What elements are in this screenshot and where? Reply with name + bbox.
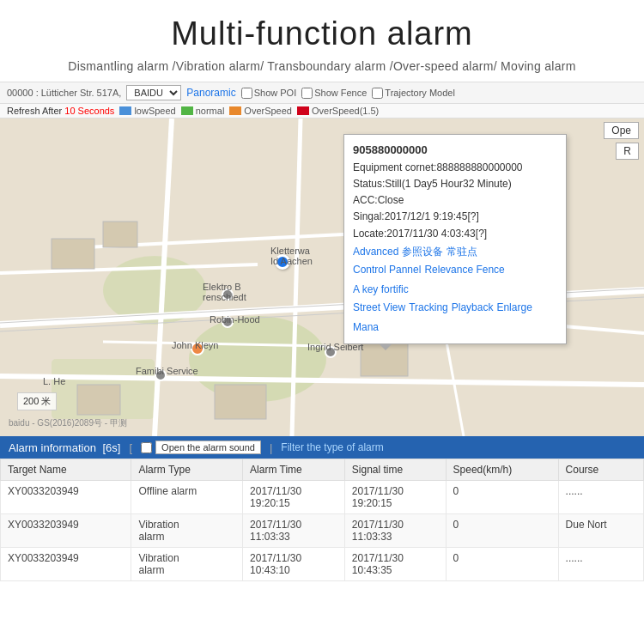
refresh-label: Refresh After 10 Seconds (7, 106, 114, 116)
col-alarm-type: Alarm Type (131, 459, 243, 481)
speed-legend-bar: Refresh After 10 Seconds lowSpeed normal… (0, 104, 644, 118)
svg-rect-19 (215, 385, 266, 419)
table-cell-0-5: ...... (558, 481, 643, 514)
alarm-header-title: Alarm information [6s] (9, 441, 120, 454)
normal-dot (181, 106, 193, 115)
show-fence-checkbox[interactable] (301, 88, 313, 99)
legend-normal: normal (181, 106, 225, 116)
map-provider-select[interactable]: BAIDU (126, 85, 181, 100)
svg-rect-20 (77, 385, 120, 415)
alarm-info-label: Alarm information (9, 441, 96, 454)
table-cell-2-3: 2017/11/30 10:43:35 (344, 548, 446, 581)
link-mana[interactable]: Mana (353, 319, 379, 336)
open-button[interactable]: Ope (604, 122, 639, 139)
table-cell-0-1: Offline alarm (131, 481, 243, 514)
popup-acc: ACC:Close (353, 192, 557, 209)
legend-lowspeed: lowSpeed (119, 106, 175, 116)
label-robinhood: Robin-Hood (210, 314, 260, 325)
popup-signal: Singal:2017/12/1 9:19:45[?] (353, 209, 557, 225)
alarm-separator2: | (270, 441, 272, 454)
link-advanced[interactable]: Advanced (353, 244, 398, 260)
label-famibi: Famibi Service (136, 366, 198, 376)
table-cell-1-2: 2017/11/30 11:03:33 (243, 514, 345, 548)
link-control-panel[interactable]: Control Pannel (353, 262, 421, 278)
info-popup: 905880000000 Equipment cornet:8888888800… (343, 134, 567, 344)
alarm-sound-label: Open the alarm sound (161, 442, 255, 453)
table-row: XY0033203949Offline alarm2017/11/30 19:2… (1, 481, 644, 514)
scale-label: 200 米 (23, 396, 51, 406)
alarm-sound-button[interactable]: Open the alarm sound (155, 440, 261, 454)
link-playback[interactable]: Playback (452, 300, 494, 316)
link-home-point[interactable]: 常驻点 (447, 244, 477, 260)
col-alarm-time: Alarm Time (243, 459, 345, 481)
alarm-sound-checkbox[interactable] (141, 442, 152, 453)
table-cell-0-3: 2017/11/30 19:20:15 (344, 481, 446, 514)
page-subtitle: Dismantling alarm /Vibration alarm/ Tran… (17, 59, 627, 73)
legend-overspeed15: OverSpeed(1.5) (297, 106, 379, 116)
map-area[interactable]: KletterwaId Aachen Elektro Brenschiedt R… (0, 118, 644, 436)
baidu-copyright: baidu - GS(2016)2089号 - 甲测 (9, 417, 127, 429)
r-button[interactable]: R (616, 143, 639, 160)
label-elektro: Elektro Brenschiedt (203, 282, 246, 302)
alarm-separator1: [ (129, 441, 132, 454)
popup-links-row3: Street View Tracking Playback Enlarge Ma… (353, 300, 557, 336)
lowspeed-dot (119, 106, 131, 115)
link-tracking[interactable]: Tracking (409, 300, 448, 316)
popup-status: Status:Still(1 Day5 Hour32 Minute) (353, 176, 557, 192)
link-param-device[interactable]: 参照设备 (402, 244, 443, 260)
label-kletterwa: KletterwaId Aachen (270, 246, 313, 266)
table-cell-2-2: 2017/11/30 10:43:10 (243, 548, 345, 581)
col-target-name: Target Name (1, 459, 131, 481)
svg-rect-15 (52, 239, 94, 269)
table-cell-0-0: XY0033203949 (1, 481, 131, 514)
alarm-header: Alarm information [6s] [ Open the alarm … (0, 436, 644, 459)
scale-bar: 200 米 (17, 392, 57, 410)
col-speed: Speed(km/h) (446, 459, 558, 481)
trajectory-checkbox-label[interactable]: Trajectory Model (372, 88, 455, 99)
show-fence-checkbox-label[interactable]: Show Fence (301, 88, 367, 99)
table-row: XY0033203949Vibration alarm2017/11/30 10… (1, 548, 644, 581)
table-cell-2-1: Vibration alarm (131, 548, 243, 581)
overspeed15-dot (297, 106, 309, 115)
show-poi-checkbox[interactable] (241, 88, 252, 99)
popup-device-id: 905880000000 (353, 142, 557, 160)
label-johnkleyn: John Kleyn (172, 340, 218, 350)
table-cell-1-0: XY0033203949 (1, 514, 131, 548)
popup-equipment: Equipment cornet:888888880000000 (353, 160, 557, 176)
toolbar-address: 00000 : Lütticher Str. 517A, (7, 88, 121, 98)
legend-overspeed: OverSpeed (229, 106, 292, 116)
link-relevance-fence[interactable]: Relevance Fence (424, 262, 504, 278)
popup-locate: Locate:2017/11/30 4:03:43[?] (353, 226, 557, 242)
table-cell-2-4: 0 (446, 548, 558, 581)
table-cell-1-1: Vibration alarm (131, 514, 243, 548)
link-enlarge[interactable]: Enlarge (496, 300, 532, 316)
label-lhe: L. He (43, 376, 65, 386)
link-street-view[interactable]: Street View (353, 300, 405, 316)
table-cell-1-4: 0 (446, 514, 558, 548)
trajectory-checkbox[interactable] (372, 88, 383, 99)
alarm-table: Target Name Alarm Type Alarm Time Signal… (0, 459, 644, 581)
alarm-filter-link[interactable]: Filter the type of alarm (281, 441, 383, 453)
table-header-row: Target Name Alarm Type Alarm Time Signal… (1, 459, 644, 481)
show-poi-checkbox-label[interactable]: Show POI (241, 88, 297, 99)
alarm-bracket: [6s] (103, 441, 121, 454)
table-cell-2-0: XY0033203949 (1, 548, 131, 581)
svg-rect-16 (103, 222, 137, 247)
col-signal-time: Signal time (344, 459, 446, 481)
table-cell-0-2: 2017/11/30 19:20:15 (243, 481, 345, 514)
alarm-section: Alarm information [6s] [ Open the alarm … (0, 436, 644, 581)
overspeed-dot (229, 106, 241, 115)
table-row: XY0033203949Vibration alarm2017/11/30 11… (1, 514, 644, 548)
page-title: Multi-function alarm (17, 15, 627, 52)
table-cell-1-3: 2017/11/30 11:03:33 (344, 514, 446, 548)
col-course: Course (558, 459, 643, 481)
table-cell-1-5: Due Nort (558, 514, 643, 548)
popup-links-row2: Control Pannel Relevance Fence A key for… (353, 262, 557, 298)
refresh-seconds: 10 Seconds (64, 106, 114, 116)
popup-links-row1: Advanced 参照设备 常驻点 (353, 244, 557, 260)
header-section: Multi-function alarm Dismantling alarm /… (0, 0, 644, 82)
panoramic-link[interactable]: Panoramic (186, 87, 235, 99)
table-cell-0-4: 0 (446, 481, 558, 514)
table-cell-2-5: ...... (558, 548, 643, 581)
link-key-fortific[interactable]: A key fortific (353, 282, 409, 298)
